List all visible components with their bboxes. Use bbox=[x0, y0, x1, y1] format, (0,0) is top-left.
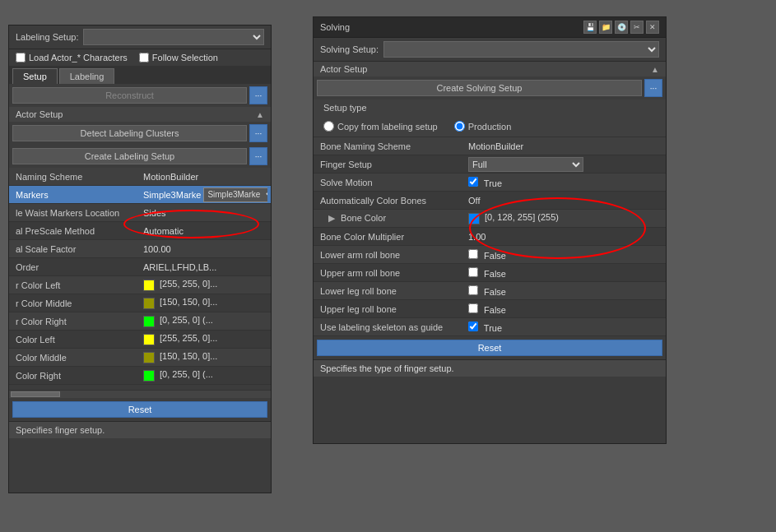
table-row: Automatically Color Bones Off bbox=[314, 192, 666, 210]
color-swatch bbox=[468, 213, 480, 224]
create-labeling-button[interactable]: Create Labeling Setup bbox=[12, 148, 247, 164]
scissors-icon[interactable]: ✂ bbox=[630, 21, 644, 34]
detect-button-row: Detect Labeling Clusters ··· bbox=[9, 122, 271, 145]
labeling-setup-dropdown[interactable] bbox=[83, 29, 264, 45]
radio-production: Production bbox=[454, 121, 512, 132]
table-row: Finger Setup Full bbox=[314, 155, 666, 173]
setup-type-label: Setup type bbox=[314, 99, 666, 116]
table-row: Bone Naming Scheme MotionBuilder bbox=[314, 137, 666, 155]
table-row: Upper arm roll bone False bbox=[314, 264, 666, 282]
upper-arm-roll-checkbox[interactable] bbox=[468, 267, 478, 277]
load-actor-checkbox[interactable] bbox=[16, 53, 26, 62]
table-row: r Color Left [255, 255, 0]... bbox=[9, 276, 271, 294]
table-row: al PreScale Method Automatic bbox=[9, 222, 271, 240]
right-status-text: Specifies the type of finger setup. bbox=[320, 363, 454, 373]
right-panel: Solving 💾 📁 💿 ✂ ✕ Solving Setup: Actor S… bbox=[313, 16, 667, 444]
header-icons: 💾 📁 💿 ✂ ✕ bbox=[583, 21, 659, 34]
create-solving-ellipsis[interactable]: ··· bbox=[644, 79, 662, 97]
table-row: r Color Right [0, 255, 0] (... bbox=[9, 312, 271, 331]
disk-icon[interactable]: 💿 bbox=[615, 21, 628, 34]
left-top-bar: Labeling Setup: bbox=[9, 25, 271, 49]
left-status-bar: Specifies finger setup. bbox=[9, 421, 271, 438]
radio-production-input[interactable] bbox=[454, 121, 465, 132]
table-row: Naming Scheme MotionBuilder bbox=[9, 168, 271, 186]
lower-leg-roll-checkbox[interactable] bbox=[468, 285, 478, 295]
lower-arm-roll-checkbox[interactable] bbox=[468, 249, 478, 259]
tab-bar: Setup Labeling bbox=[9, 66, 271, 84]
solve-motion-checkbox[interactable] bbox=[468, 177, 478, 187]
right-panel-title: Solving bbox=[320, 22, 350, 32]
tab-setup[interactable]: Setup bbox=[12, 68, 58, 84]
right-actor-setup-section: Actor Setup ▲ bbox=[314, 62, 666, 76]
color-swatch bbox=[143, 298, 155, 309]
right-actor-setup-arrow: ▲ bbox=[651, 65, 659, 74]
left-scrollbar[interactable] bbox=[9, 390, 271, 398]
reconstruct-row: Reconstruct ··· bbox=[9, 84, 271, 107]
markers-dropdown[interactable]: Simple3Marke bbox=[203, 187, 267, 202]
create-labeling-button-row: Create Labeling Setup ··· bbox=[9, 145, 271, 168]
detect-ellipsis[interactable]: ··· bbox=[249, 124, 267, 142]
actor-setup-label: Actor Setup bbox=[16, 109, 63, 119]
right-reset-button[interactable]: Reset bbox=[317, 340, 662, 356]
load-actor-label: Load Actor_* Characters bbox=[29, 53, 128, 62]
tab-labeling[interactable]: Labeling bbox=[59, 68, 115, 84]
table-row: Color Left [255, 255, 0]... bbox=[9, 331, 271, 349]
radio-copy-label: Copy from labeling setup bbox=[337, 122, 438, 132]
right-actor-setup-label: Actor Setup bbox=[320, 64, 367, 74]
solving-setup-label: Solving Setup: bbox=[320, 44, 379, 54]
color-swatch bbox=[143, 370, 155, 382]
left-table: Naming Scheme MotionBuilder Markers Simp… bbox=[9, 168, 271, 390]
radio-copy: Copy from labeling setup bbox=[323, 121, 438, 132]
table-row: le Waist Markers Location Sides bbox=[9, 204, 271, 222]
right-table: Bone Naming Scheme MotionBuilder Finger … bbox=[314, 137, 666, 336]
table-row: ▶ Bone Color [0, 128, 255] (255) bbox=[314, 210, 666, 228]
close-icon[interactable]: ✕ bbox=[646, 21, 659, 34]
finger-setup-dropdown[interactable]: Full bbox=[468, 157, 583, 172]
left-status-text: Specifies finger setup. bbox=[16, 425, 105, 435]
actor-setup-section: Actor Setup ▲ bbox=[9, 107, 271, 122]
color-swatch bbox=[143, 334, 155, 345]
radio-copy-input[interactable] bbox=[323, 121, 334, 132]
follow-selection-checkbox[interactable] bbox=[139, 53, 149, 62]
labeling-setup-label: Labeling Setup: bbox=[16, 32, 78, 42]
left-reset-button[interactable]: Reset bbox=[12, 401, 267, 418]
table-row: al Scale Factor 100.00 bbox=[9, 240, 271, 258]
table-row: Markers Simple3Marke Simple3Marke bbox=[9, 186, 271, 204]
left-reset-row: Reset bbox=[9, 398, 271, 421]
use-labeling-skeleton-checkbox[interactable] bbox=[468, 322, 478, 331]
table-row: Lower arm roll bone False bbox=[314, 246, 666, 264]
create-labeling-ellipsis[interactable]: ··· bbox=[249, 147, 267, 165]
create-solving-button[interactable]: Create Solving Setup bbox=[317, 80, 642, 96]
reconstruct-ellipsis[interactable]: ··· bbox=[249, 86, 267, 104]
right-status-bar: Specifies the type of finger setup. bbox=[314, 359, 666, 377]
folder-icon[interactable]: 📁 bbox=[599, 21, 612, 34]
table-row: Color Right [0, 255, 0] (... bbox=[9, 367, 271, 385]
table-row: r Color Middle [150, 150, 0]... bbox=[9, 294, 271, 312]
reconstruct-button[interactable]: Reconstruct bbox=[12, 87, 247, 104]
upper-leg-roll-checkbox[interactable] bbox=[468, 303, 478, 313]
solving-setup-bar: Solving Setup: bbox=[314, 38, 666, 62]
setup-type-section: Setup type Copy from labeling setup Prod… bbox=[314, 99, 666, 137]
radio-group: Copy from labeling setup Production bbox=[314, 116, 666, 136]
radio-production-label: Production bbox=[468, 122, 512, 132]
table-row: Lower leg roll bone False bbox=[314, 282, 666, 300]
left-panel: Labeling Setup: Load Actor_* Characters … bbox=[8, 25, 272, 493]
color-swatch bbox=[143, 316, 155, 327]
detect-clusters-button[interactable]: Detect Labeling Clusters bbox=[12, 125, 247, 141]
save-icon[interactable]: 💾 bbox=[583, 21, 597, 34]
table-row: Color Middle [150, 150, 0]... bbox=[9, 349, 271, 367]
color-swatch bbox=[143, 280, 155, 291]
follow-selection-label: Follow Selection bbox=[152, 53, 218, 62]
table-row: Use labeling skeleton as guide True bbox=[314, 318, 666, 336]
color-swatch bbox=[143, 352, 155, 363]
checkbox-row: Load Actor_* Characters Follow Selection bbox=[9, 49, 271, 66]
right-panel-header: Solving 💾 📁 💿 ✂ ✕ bbox=[314, 17, 666, 38]
table-row: Solve Motion True bbox=[314, 173, 666, 192]
right-reset-row: Reset bbox=[314, 336, 666, 359]
scrollbar-thumb[interactable] bbox=[11, 391, 60, 397]
table-row: Upper leg roll bone False bbox=[314, 300, 666, 318]
solving-setup-dropdown[interactable] bbox=[383, 41, 659, 58]
table-row: Order ARIEL,LFHD,LB... bbox=[9, 258, 271, 276]
create-solving-button-row: Create Solving Setup ··· bbox=[314, 76, 666, 99]
table-row: Bone Color Multiplier 1.00 bbox=[314, 228, 666, 246]
